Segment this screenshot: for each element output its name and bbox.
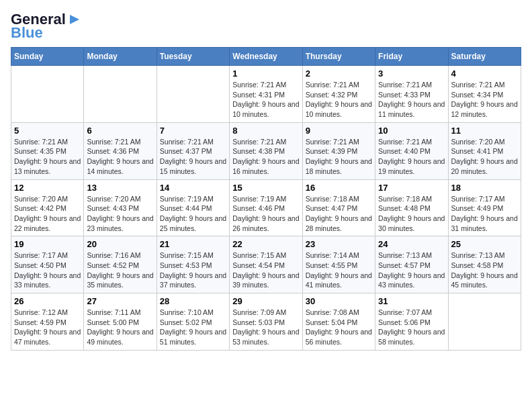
day-number: 22 (232, 239, 299, 249)
cell-content: Sunrise: 7:10 AM Sunset: 5:02 PM Dayligh… (160, 308, 226, 347)
cell-content: Sunrise: 7:17 AM Sunset: 4:49 PM Dayligh… (451, 194, 518, 234)
day-number: 13 (87, 183, 153, 193)
week-row-5: 26Sunrise: 7:12 AM Sunset: 4:59 PM Dayli… (11, 293, 521, 351)
logo: General Blue (11, 11, 82, 42)
cell-content: Sunrise: 7:19 AM Sunset: 4:44 PM Dayligh… (160, 194, 226, 234)
cell-content: Sunrise: 7:13 AM Sunset: 4:57 PM Dayligh… (378, 250, 445, 290)
day-number: 25 (451, 239, 518, 249)
calendar-cell: 16Sunrise: 7:18 AM Sunset: 4:47 PM Dayli… (302, 179, 375, 236)
column-header-sunday: Sunday (11, 48, 84, 66)
calendar-cell: 30Sunrise: 7:08 AM Sunset: 5:04 PM Dayli… (302, 293, 375, 351)
day-number: 6 (87, 126, 153, 136)
week-row-3: 12Sunrise: 7:20 AM Sunset: 4:42 PM Dayli… (11, 179, 521, 236)
calendar-cell (84, 66, 157, 123)
day-number: 8 (232, 126, 299, 136)
calendar-cell: 4Sunrise: 7:21 AM Sunset: 4:34 PM Daylig… (448, 66, 521, 123)
calendar-cell (11, 66, 84, 123)
column-header-friday: Friday (375, 48, 448, 66)
cell-content: Sunrise: 7:21 AM Sunset: 4:37 PM Dayligh… (160, 137, 226, 177)
calendar-cell: 9Sunrise: 7:21 AM Sunset: 4:39 PM Daylig… (302, 122, 375, 179)
cell-content: Sunrise: 7:12 AM Sunset: 4:59 PM Dayligh… (14, 308, 81, 347)
day-number: 19 (14, 239, 81, 249)
day-number: 18 (451, 183, 518, 193)
cell-content: Sunrise: 7:16 AM Sunset: 4:52 PM Dayligh… (87, 250, 153, 290)
day-number: 10 (378, 126, 445, 136)
cell-content: Sunrise: 7:21 AM Sunset: 4:31 PM Dayligh… (232, 80, 299, 120)
cell-content: Sunrise: 7:07 AM Sunset: 5:06 PM Dayligh… (378, 308, 445, 347)
cell-content: Sunrise: 7:18 AM Sunset: 4:48 PM Dayligh… (378, 194, 445, 234)
calendar-cell: 20Sunrise: 7:16 AM Sunset: 4:52 PM Dayli… (84, 236, 157, 293)
calendar-cell (157, 66, 229, 123)
week-row-4: 19Sunrise: 7:17 AM Sunset: 4:50 PM Dayli… (11, 236, 521, 293)
cell-content: Sunrise: 7:15 AM Sunset: 4:54 PM Dayligh… (232, 250, 299, 290)
day-number: 16 (306, 183, 372, 193)
column-header-tuesday: Tuesday (157, 48, 229, 66)
cell-content: Sunrise: 7:21 AM Sunset: 4:34 PM Dayligh… (451, 80, 518, 120)
calendar-cell: 15Sunrise: 7:19 AM Sunset: 4:46 PM Dayli… (230, 179, 302, 236)
calendar-cell: 11Sunrise: 7:20 AM Sunset: 4:41 PM Dayli… (448, 122, 521, 179)
day-number: 30 (306, 296, 372, 306)
day-number: 12 (14, 183, 81, 193)
column-header-saturday: Saturday (448, 48, 521, 66)
calendar-cell: 12Sunrise: 7:20 AM Sunset: 4:42 PM Dayli… (11, 179, 84, 236)
cell-content: Sunrise: 7:15 AM Sunset: 4:53 PM Dayligh… (160, 250, 226, 290)
cell-content: Sunrise: 7:09 AM Sunset: 5:03 PM Dayligh… (232, 308, 299, 347)
calendar-cell: 5Sunrise: 7:21 AM Sunset: 4:35 PM Daylig… (11, 122, 84, 179)
calendar-cell: 19Sunrise: 7:17 AM Sunset: 4:50 PM Dayli… (11, 236, 84, 293)
day-number: 17 (378, 183, 445, 193)
cell-content: Sunrise: 7:11 AM Sunset: 5:00 PM Dayligh… (87, 308, 153, 347)
calendar-cell: 17Sunrise: 7:18 AM Sunset: 4:48 PM Dayli… (375, 179, 448, 236)
cell-content: Sunrise: 7:21 AM Sunset: 4:32 PM Dayligh… (306, 80, 372, 120)
column-header-monday: Monday (84, 48, 157, 66)
calendar-table: SundayMondayTuesdayWednesdayThursdayFrid… (11, 47, 521, 351)
calendar-cell: 26Sunrise: 7:12 AM Sunset: 4:59 PM Dayli… (11, 293, 84, 351)
day-number: 31 (378, 296, 445, 306)
calendar-cell: 10Sunrise: 7:21 AM Sunset: 4:40 PM Dayli… (375, 122, 448, 179)
calendar-cell: 27Sunrise: 7:11 AM Sunset: 5:00 PM Dayli… (84, 293, 157, 351)
calendar-cell: 14Sunrise: 7:19 AM Sunset: 4:44 PM Dayli… (157, 179, 229, 236)
day-number: 29 (232, 296, 299, 306)
cell-content: Sunrise: 7:13 AM Sunset: 4:58 PM Dayligh… (451, 250, 518, 290)
day-number: 7 (160, 126, 226, 136)
cell-content: Sunrise: 7:21 AM Sunset: 4:38 PM Dayligh… (232, 137, 299, 177)
cell-content: Sunrise: 7:21 AM Sunset: 4:33 PM Dayligh… (378, 80, 445, 120)
calendar-cell: 1Sunrise: 7:21 AM Sunset: 4:31 PM Daylig… (230, 66, 302, 123)
week-row-1: 1Sunrise: 7:21 AM Sunset: 4:31 PM Daylig… (11, 66, 521, 123)
day-number: 3 (378, 68, 445, 79)
calendar-cell: 3Sunrise: 7:21 AM Sunset: 4:33 PM Daylig… (375, 66, 448, 123)
calendar-cell: 7Sunrise: 7:21 AM Sunset: 4:37 PM Daylig… (157, 122, 229, 179)
page-header: General Blue (11, 11, 521, 42)
cell-content: Sunrise: 7:21 AM Sunset: 4:36 PM Dayligh… (87, 137, 153, 177)
logo-blue-text: Blue (11, 24, 43, 42)
cell-content: Sunrise: 7:20 AM Sunset: 4:43 PM Dayligh… (87, 194, 153, 234)
day-number: 28 (160, 296, 226, 306)
cell-content: Sunrise: 7:21 AM Sunset: 4:39 PM Dayligh… (306, 137, 372, 177)
day-number: 15 (232, 183, 299, 193)
day-number: 23 (306, 239, 372, 249)
cell-content: Sunrise: 7:20 AM Sunset: 4:42 PM Dayligh… (14, 194, 81, 234)
cell-content: Sunrise: 7:21 AM Sunset: 4:40 PM Dayligh… (378, 137, 445, 177)
column-header-wednesday: Wednesday (230, 48, 302, 66)
calendar-cell: 28Sunrise: 7:10 AM Sunset: 5:02 PM Dayli… (157, 293, 229, 351)
cell-content: Sunrise: 7:08 AM Sunset: 5:04 PM Dayligh… (306, 308, 372, 347)
day-number: 27 (87, 296, 153, 306)
calendar-cell: 6Sunrise: 7:21 AM Sunset: 4:36 PM Daylig… (84, 122, 157, 179)
day-number: 1 (232, 68, 299, 79)
calendar-cell: 22Sunrise: 7:15 AM Sunset: 4:54 PM Dayli… (230, 236, 302, 293)
calendar-cell: 24Sunrise: 7:13 AM Sunset: 4:57 PM Dayli… (375, 236, 448, 293)
calendar-cell: 31Sunrise: 7:07 AM Sunset: 5:06 PM Dayli… (375, 293, 448, 351)
cell-content: Sunrise: 7:14 AM Sunset: 4:55 PM Dayligh… (306, 250, 372, 290)
day-number: 26 (14, 296, 81, 306)
calendar-cell (448, 293, 521, 351)
calendar-cell: 8Sunrise: 7:21 AM Sunset: 4:38 PM Daylig… (230, 122, 302, 179)
calendar-cell: 23Sunrise: 7:14 AM Sunset: 4:55 PM Dayli… (302, 236, 375, 293)
calendar-cell: 29Sunrise: 7:09 AM Sunset: 5:03 PM Dayli… (230, 293, 302, 351)
header-row: SundayMondayTuesdayWednesdayThursdayFrid… (11, 48, 521, 66)
cell-content: Sunrise: 7:19 AM Sunset: 4:46 PM Dayligh… (232, 194, 299, 234)
calendar-cell: 13Sunrise: 7:20 AM Sunset: 4:43 PM Dayli… (84, 179, 157, 236)
day-number: 11 (451, 126, 518, 136)
cell-content: Sunrise: 7:17 AM Sunset: 4:50 PM Dayligh… (14, 250, 81, 290)
day-number: 14 (160, 183, 226, 193)
day-number: 4 (451, 68, 518, 79)
day-number: 9 (306, 126, 372, 136)
